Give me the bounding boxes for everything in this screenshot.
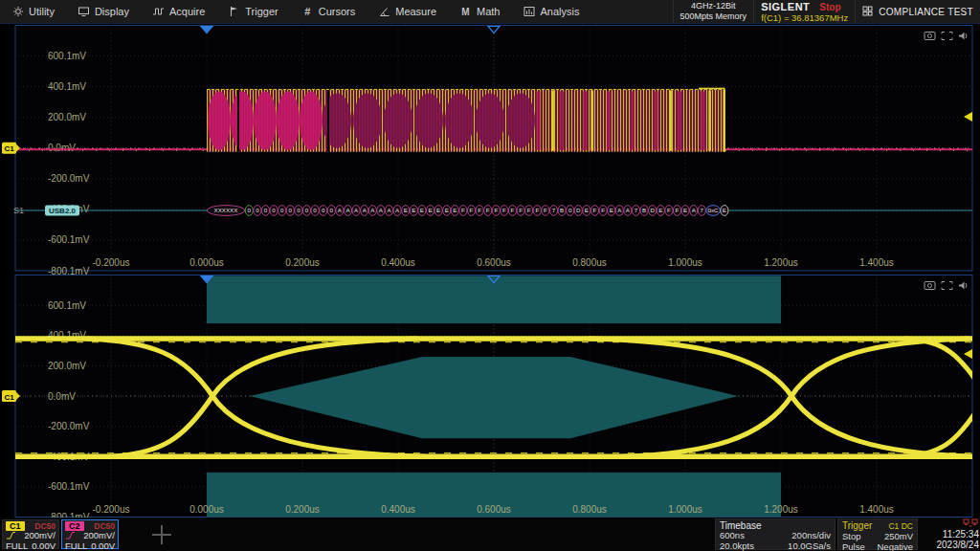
- compliance-test-button[interactable]: COMPLIANCE TEST: [855, 0, 980, 23]
- y-axis-label: -800.1mV: [48, 266, 90, 276]
- decode-symbol-text: E: [428, 207, 432, 213]
- decode-symbol-text: F: [478, 207, 481, 213]
- channel-box-c1[interactable]: C1DC50200mV/FULL0.00V: [2, 519, 59, 549]
- x-axis-label: 1.400us: [859, 257, 894, 268]
- compliance-mask: [207, 276, 781, 517]
- header-right: 4GHz-12Bit 500Mpts Memory SIGLENT Stop f…: [673, 0, 980, 23]
- menu-item-measure[interactable]: Measure: [367, 0, 448, 23]
- timebase-box[interactable]: Timebase 600ns 200ns/div 20.0kpts 10.0GS…: [715, 518, 835, 550]
- decode-symbol-text: E: [723, 207, 726, 213]
- channel-offset: 0.00V: [32, 541, 56, 551]
- timebase-scale: 200ns/div: [791, 531, 831, 541]
- decode-symbol-text: E: [404, 207, 408, 213]
- y-axis-label: 600.1mV: [48, 51, 86, 61]
- svg-text:USB2.0: USB2.0: [49, 207, 77, 215]
- decode-symbol-text: E: [420, 207, 424, 213]
- x-axis-label: 0.200us: [285, 257, 320, 268]
- trigger-level: 250mV: [884, 532, 913, 542]
- x-axis-label: 0.400us: [381, 504, 415, 515]
- menu-item-cursors[interactable]: #Cursors: [290, 0, 368, 23]
- decode-symbol-text: E: [610, 207, 613, 213]
- y-axis-label: 200.0mV: [48, 361, 86, 371]
- math-icon: M: [459, 6, 472, 18]
- channel-badge: C2: [65, 521, 84, 531]
- measure-icon: [378, 6, 390, 18]
- decode-symbol-text: 0: [305, 207, 309, 213]
- y-axis-label: 0.0mV: [48, 143, 76, 153]
- decode-symbol-text: B: [560, 207, 564, 213]
- acquisition-info: 4GHz-12Bit 500Mpts Memory: [673, 0, 754, 23]
- acquire-icon: [152, 6, 165, 18]
- display-icon: [78, 6, 90, 18]
- decode-symbol-text: F: [519, 207, 523, 213]
- decode-symbol-text: F: [494, 207, 498, 213]
- cursors-icon: #: [301, 6, 314, 18]
- menu-item-display[interactable]: Display: [66, 0, 141, 23]
- decode-symbol-text: E: [445, 207, 449, 213]
- menu-item-utility[interactable]: Utility: [0, 0, 66, 23]
- decode-symbol-text: F: [593, 207, 597, 213]
- date-display: 2023/8/24: [920, 540, 979, 550]
- menu-item-math[interactable]: MMath: [448, 0, 511, 23]
- menu-item-acquire[interactable]: Acquire: [141, 0, 216, 23]
- decode-symbol-text: B: [642, 207, 646, 213]
- trigger-title: Trigger: [842, 520, 872, 531]
- svg-text:C1: C1: [4, 393, 14, 402]
- clock: 11:25:34 2023/8/24: [920, 518, 979, 550]
- frequency-counter: f(C1) = 36.81367MHz: [761, 12, 848, 23]
- analysis-icon: [523, 6, 535, 18]
- y-axis-label: 600.1mV: [48, 300, 86, 311]
- menu-item-analysis[interactable]: Analysis: [511, 0, 590, 23]
- trigger-box[interactable]: Trigger C1 DC Stop 250mV Pulse Negative: [837, 518, 918, 550]
- channel-boxes: C1DC50200mV/FULL0.00VC2DC50200mV/FULL0.0…: [0, 519, 119, 549]
- decode-symbol-text: F: [461, 207, 465, 213]
- x-axis-label: 0.800us: [572, 257, 607, 268]
- menu-item-trigger[interactable]: Trigger: [216, 0, 289, 23]
- trigger-state: Stop: [842, 532, 861, 542]
- decode-symbol-text: F: [601, 207, 605, 213]
- menu-item-label: Acquire: [169, 6, 205, 17]
- x-axis-label: 1.200us: [764, 504, 798, 515]
- x-axis-label: 1.000us: [668, 504, 702, 515]
- decode-symbol-text: 0: [248, 207, 252, 213]
- x-axis-label: 0.600us: [477, 257, 511, 268]
- network-icon[interactable]: [963, 518, 978, 530]
- decode-symbol-text: F: [667, 207, 671, 213]
- decode-symbol-text: F: [511, 207, 515, 213]
- compliance-test-label: COMPLIANCE TEST: [879, 7, 973, 17]
- menu-item-label: Display: [95, 6, 129, 17]
- acquisition-bandwidth: 4GHz-12Bit: [680, 1, 747, 11]
- menu-item-label: Cursors: [319, 6, 356, 17]
- decode-symbol-text: F: [470, 207, 474, 213]
- decode-symbol-text: E: [683, 207, 687, 213]
- decode-symbol-text: F: [486, 207, 490, 213]
- x-axis-label: 0.600us: [477, 504, 511, 515]
- decode-symbol-text: 0xC: [708, 207, 720, 213]
- decode-symbol-text: E: [436, 207, 440, 213]
- svg-text:C1: C1: [4, 144, 14, 153]
- decode-source-label: S1: [13, 206, 24, 215]
- decode-symbol-text: F: [527, 207, 531, 213]
- decode-symbol-text: D: [576, 207, 581, 213]
- scope-display: 600.1mV400.1mV200.0mV0.0mV-200.0mV-400.1…: [0, 0, 980, 551]
- add-channel-button[interactable]: [145, 522, 178, 547]
- channel-bandwidth: FULL: [6, 541, 28, 551]
- brand-status: SIGLENT Stop f(C1) = 36.81367MHz: [753, 0, 855, 23]
- decode-symbol-text: F: [535, 207, 539, 213]
- trigger-type: Pulse: [842, 542, 865, 551]
- channel-box-c2[interactable]: C2DC50200mV/FULL0.00V: [61, 519, 119, 549]
- gear-icon: [11, 6, 24, 18]
- decode-symbol-text: 0: [280, 207, 284, 213]
- brand-logo: SIGLENT: [761, 1, 810, 12]
- y-axis-label: -600.1mV: [48, 234, 90, 245]
- x-axis-label: 1.400us: [859, 504, 894, 515]
- decode-symbol-text: XXXXXX: [214, 207, 238, 213]
- decode-symbol-text: 7: [635, 207, 638, 213]
- x-axis-label: 0.200us: [285, 504, 320, 515]
- decode-symbol-text: E: [453, 207, 457, 213]
- run-state-badge[interactable]: Stop: [819, 2, 840, 12]
- decode-symbol-text: 7: [701, 207, 704, 213]
- channel-badge: C1: [6, 521, 25, 531]
- y-axis-label: 200.0mV: [48, 112, 86, 122]
- decode-symbol-text: E: [658, 207, 662, 213]
